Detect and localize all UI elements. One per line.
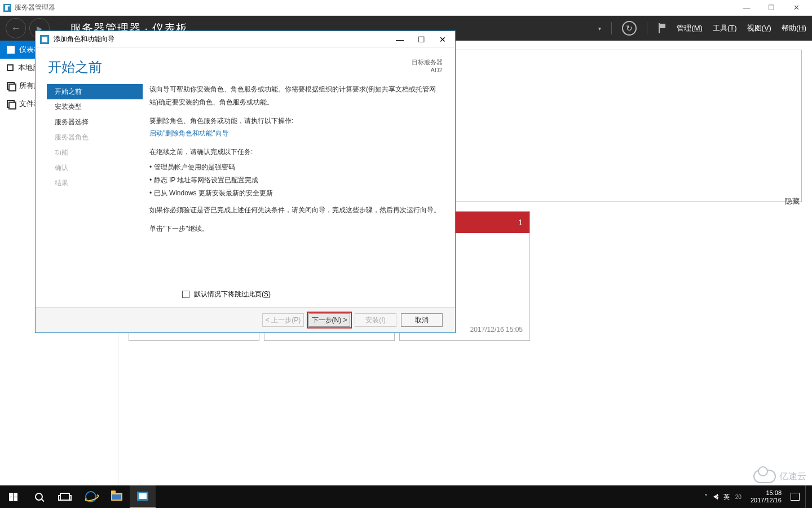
wizard-nav: 开始之前 安装类型 服务器选择 服务器角色 功能 确认 结果 bbox=[47, 82, 143, 290]
wizard-paragraph: 该向导可帮助你安装角色、角色服务或功能。你需要根据组织的计算要求(例如共享文档或… bbox=[149, 83, 442, 109]
list-item: 静态 IP 地址等网络设置已配置完成 bbox=[149, 174, 442, 187]
skip-page-option: 默认情况下将跳过此页(S) bbox=[36, 290, 455, 307]
wizard-page-heading: 开始之前 bbox=[48, 58, 412, 76]
ie-icon bbox=[85, 491, 96, 502]
taskbar-ie[interactable] bbox=[78, 485, 104, 508]
wizard-paragraph: 在继续之前，请确认完成以下任务: bbox=[149, 146, 442, 159]
wizard-icon bbox=[40, 35, 49, 44]
servers-icon bbox=[7, 82, 15, 90]
skip-page-label: 默认情况下将跳过此页(S) bbox=[194, 290, 271, 299]
list-item: 已从 Windows 更新安装最新的安全更新 bbox=[149, 187, 442, 200]
dashboard-icon bbox=[7, 46, 15, 54]
separator bbox=[611, 22, 612, 34]
menu-tools[interactable]: 工具(T) bbox=[713, 23, 737, 33]
back-button[interactable]: ← bbox=[6, 18, 26, 38]
cancel-button[interactable]: 取消 bbox=[401, 313, 443, 327]
folder-icon bbox=[111, 493, 122, 501]
menu-manage[interactable]: 管理(M) bbox=[677, 23, 703, 33]
next-button[interactable]: 下一步(N) > bbox=[308, 313, 350, 327]
install-button: 安装(I) bbox=[355, 313, 396, 327]
wizard-paragraph: 如果你必须验证是否已完成上述任何先决条件，请关闭向导，完成这些步骤，然后再次运行… bbox=[149, 204, 442, 217]
app-icon bbox=[3, 4, 11, 12]
taskbar: ˄ 英 20 15:08 2017/12/16 bbox=[0, 485, 812, 508]
remove-roles-link[interactable]: 启动"删除角色和功能"向导 bbox=[149, 129, 229, 137]
wizard-footer: < 上一步(P) 下一步(N) > 安装(I) 取消 bbox=[36, 307, 455, 332]
close-button[interactable]: ✕ bbox=[784, 0, 809, 16]
add-roles-wizard-dialog: 添加角色和功能向导 — ☐ ✕ 开始之前 目标服务器 AD2 开始之前 安装类型… bbox=[35, 30, 456, 333]
wizard-content: 该向导可帮助你安装角色、角色服务或功能。你需要根据组织的计算要求(例如共享文档或… bbox=[143, 82, 455, 290]
wizard-step-before-you-begin[interactable]: 开始之前 bbox=[47, 84, 143, 99]
ime-sub: 20 bbox=[735, 494, 742, 500]
menu-view[interactable]: 视图(V) bbox=[747, 23, 771, 33]
menu-help[interactable]: 帮助(H) bbox=[782, 23, 806, 33]
server-icon bbox=[7, 64, 14, 71]
cloud-icon bbox=[753, 470, 776, 483]
prerequisites-list: 管理员帐户使用的是强密码 静态 IP 地址等网络设置已配置完成 已从 Windo… bbox=[149, 161, 442, 199]
task-view-icon bbox=[60, 493, 70, 501]
taskbar-explorer[interactable] bbox=[104, 485, 130, 508]
skip-page-checkbox[interactable] bbox=[182, 291, 189, 298]
search-icon bbox=[35, 493, 43, 501]
system-tray: ˄ 英 20 15:08 2017/12/16 bbox=[704, 485, 812, 508]
taskbar-server-manager[interactable] bbox=[130, 485, 156, 508]
hide-link[interactable]: 隐藏 bbox=[785, 196, 800, 207]
dropdown-caret-icon[interactable]: ▾ bbox=[598, 25, 601, 32]
destination-server: 目标服务器 AD2 bbox=[412, 58, 443, 75]
volume-muted-icon[interactable] bbox=[713, 494, 718, 500]
watermark: 亿速云 bbox=[753, 470, 806, 483]
dialog-maximize-button[interactable]: ☐ bbox=[417, 35, 426, 44]
list-item: 管理员帐户使用的是强密码 bbox=[149, 161, 442, 174]
wizard-step-results: 结果 bbox=[47, 176, 143, 191]
task-view-button[interactable] bbox=[52, 485, 78, 508]
tray-chevron-icon[interactable]: ˄ bbox=[704, 493, 708, 501]
previous-button: < 上一步(P) bbox=[262, 313, 304, 327]
wizard-step-server-roles: 服务器角色 bbox=[47, 130, 143, 145]
dialog-minimize-button[interactable]: — bbox=[395, 35, 404, 44]
notifications-flag-icon[interactable] bbox=[657, 23, 667, 33]
wizard-paragraph: 要删除角色、角色服务或功能，请执行以下操作: bbox=[149, 115, 442, 128]
show-desktop-button[interactable] bbox=[805, 485, 809, 508]
wizard-step-confirmation: 确认 bbox=[47, 160, 143, 176]
maximize-button[interactable]: ☐ bbox=[759, 0, 784, 16]
separator bbox=[647, 22, 647, 34]
action-center-icon[interactable] bbox=[791, 493, 800, 501]
wizard-step-server-selection[interactable]: 服务器选择 bbox=[47, 115, 143, 130]
window-controls: — ☐ ✕ bbox=[734, 0, 809, 16]
dialog-close-button[interactable]: ✕ bbox=[438, 35, 447, 44]
search-button[interactable] bbox=[26, 485, 52, 508]
app-title: 服务器管理器 bbox=[15, 3, 55, 12]
server-manager-icon bbox=[137, 492, 148, 501]
wizard-step-features: 功能 bbox=[47, 145, 143, 160]
start-button[interactable] bbox=[0, 485, 26, 508]
windows-icon bbox=[9, 493, 17, 501]
ime-indicator[interactable]: 英 bbox=[723, 493, 730, 501]
dialog-titlebar: 添加角色和功能向导 — ☐ ✕ bbox=[36, 31, 455, 48]
wizard-paragraph: 单击"下一步"继续。 bbox=[149, 222, 442, 235]
refresh-icon[interactable]: ↻ bbox=[622, 21, 637, 36]
os-titlebar: 服务器管理器 — ☐ ✕ bbox=[0, 0, 812, 16]
dialog-title: 添加角色和功能向导 bbox=[54, 34, 114, 44]
clock[interactable]: 15:08 2017/12/16 bbox=[747, 489, 785, 504]
storage-icon bbox=[7, 100, 15, 108]
minimize-button[interactable]: — bbox=[734, 0, 759, 16]
wizard-step-installation-type[interactable]: 安装类型 bbox=[47, 99, 143, 115]
